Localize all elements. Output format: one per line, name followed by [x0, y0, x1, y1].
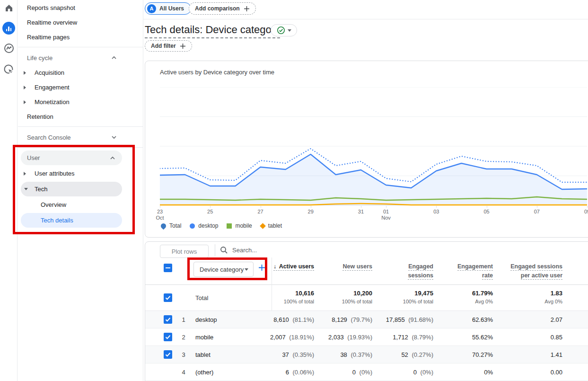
home-icon[interactable]: [0, 3, 18, 12]
reports-active-circle: [2, 22, 15, 35]
page-title: Tech details: Device category: [145, 24, 280, 38]
row-checkbox-checked[interactable]: [164, 315, 172, 324]
metric-percent: (91.68%): [407, 316, 433, 323]
sidebar-item-label: Engagement: [35, 84, 70, 91]
table-header-row: Device category ↓ Active usersNew usersE…: [145, 257, 588, 285]
chevron-up-icon[interactable]: [111, 56, 117, 60]
metric-percent: (0.35%): [291, 351, 314, 358]
expand-right-arrow-icon[interactable]: [24, 100, 26, 104]
row-checkbox-checked[interactable]: [164, 333, 172, 341]
sidebar-item-realtime-pages[interactable]: Realtime pages: [18, 30, 143, 44]
column-header-engagement-rate[interactable]: Engagementrate: [457, 263, 493, 281]
metric-percent: (81.1%): [291, 316, 314, 323]
x-axis-label: 23Oct: [151, 209, 168, 221]
dimension-dropdown[interactable]: Device category: [193, 262, 254, 277]
metric-value: 2.07: [551, 316, 562, 323]
sidebar-item-user[interactable]: User: [21, 151, 122, 165]
sidebar-item-label: User: [27, 154, 40, 161]
chart-card: Active users by Device category over tim…: [145, 61, 588, 238]
x-axis-tick: [587, 206, 588, 208]
x-axis-label: 07: [528, 209, 545, 215]
table-row-mobile[interactable]: 2mobile2,007 (18.91%)2,033 (19.93%)1,712…: [145, 328, 588, 346]
x-axis-label: 01Nov: [377, 209, 395, 221]
square-marker-icon: [227, 223, 232, 229]
row-number: 1: [178, 311, 189, 328]
metric-percent: (79.7%): [349, 316, 372, 323]
metric-value: 8,129: [332, 316, 347, 323]
sidebar-item-tech[interactable]: Tech: [21, 182, 122, 196]
column-header-active-users[interactable]: ↓ Active users: [273, 263, 314, 272]
metric-cell: 1.41: [551, 346, 562, 363]
column-header-new-users[interactable]: New users: [342, 263, 372, 272]
x-axis-tick: [311, 206, 311, 208]
add-comparison-button[interactable]: Add comparison: [189, 2, 256, 15]
column-header-engaged-sessions[interactable]: Engagedsessions: [408, 263, 433, 281]
table-row-tablet[interactable]: 3tablet37 (0.35%)38 (0.37%)52 (0.27%)70.…: [145, 346, 588, 363]
plot-rows-button[interactable]: Plot rows: [160, 245, 209, 258]
report-status-control[interactable]: [271, 24, 297, 36]
explore-icon[interactable]: [0, 43, 18, 54]
column-header-line: Engaged sessions: [510, 263, 562, 271]
metric-value: 0%: [484, 369, 493, 376]
column-header-engaged-sessions-per-active-user[interactable]: Engaged sessionsper active user: [510, 263, 562, 281]
x-axis-label: 05: [478, 209, 495, 215]
chart-legend: Totaldesktopmobiletablet: [161, 222, 282, 229]
expand-right-arrow-icon[interactable]: [24, 86, 26, 89]
add-filter-button[interactable]: Add filter: [145, 40, 192, 52]
table-total-row: Total 10,616100% of total10,200100% of t…: [145, 285, 588, 311]
column-header-line: New users: [342, 263, 372, 271]
metric-percent: (8.79%): [410, 334, 433, 341]
expand-down-arrow-icon[interactable]: [24, 188, 28, 190]
audience-chip-all-users[interactable]: A All Users: [145, 2, 191, 15]
sidebar-item-engagement[interactable]: Engagement: [18, 80, 143, 95]
audience-chip-label: All Users: [159, 5, 184, 12]
total-value: 10,200: [353, 290, 372, 297]
select-all-checkbox-indeterminate[interactable]: [164, 264, 172, 272]
chevron-down-icon[interactable]: [111, 135, 117, 139]
total-value: 10,616: [295, 290, 314, 297]
sidebar-item-life-cycle[interactable]: Life cycle: [18, 50, 143, 65]
metric-value: 2,033: [328, 334, 344, 341]
legend-item-desktop[interactable]: desktop: [190, 222, 218, 229]
metric-value: 70.27%: [472, 351, 493, 358]
sidebar-item-user-attributes[interactable]: User attributes: [18, 166, 143, 181]
sidebar-item-search-console[interactable]: Search Console: [18, 130, 143, 145]
row-checkbox-checked[interactable]: [164, 350, 172, 359]
sidebar-item-tech-details[interactable]: Tech details: [21, 213, 122, 228]
advertising-icon[interactable]: [0, 63, 18, 76]
active-users-line-chart[interactable]: [160, 87, 587, 206]
add-dimension-icon[interactable]: [258, 264, 265, 271]
total-cell: 10,616100% of total: [284, 290, 314, 304]
legend-item-total[interactable]: Total: [161, 222, 181, 229]
sidebar-item-realtime-overview[interactable]: Realtime overview: [18, 15, 143, 30]
metric-value: 52: [401, 351, 408, 358]
sidebar-item-retention[interactable]: Retention: [18, 109, 143, 124]
sidebar-item-label: Reports snapshot: [27, 4, 75, 11]
metric-percent: (0.27%): [410, 351, 433, 358]
total-row-checkbox[interactable]: [164, 293, 172, 302]
expand-right-arrow-icon[interactable]: [24, 172, 26, 176]
expand-right-arrow-icon[interactable]: [24, 71, 26, 75]
table-row-desktop[interactable]: 1desktop8,610 (81.1%)8,129 (79.7%)17,855…: [145, 311, 588, 328]
column-header-line: Engagement: [457, 263, 493, 271]
x-axis-tick: [537, 206, 537, 208]
sidebar-item-monetization[interactable]: Monetization: [18, 95, 143, 109]
sidebar-item-label: Acquisition: [35, 69, 64, 76]
table-row-other[interactable]: 4(other)6 (0.06%)0 (0%)0 (0%)0%0.00: [145, 363, 588, 381]
metric-cell: 70.27%: [472, 346, 493, 363]
column-header-line: per active user: [521, 272, 562, 280]
table-toolbar: Plot rows: [145, 242, 588, 257]
metric-value: 1,712: [393, 334, 408, 341]
metric-value: 6: [286, 369, 289, 376]
x-axis-label: 27: [252, 209, 269, 215]
sidebar-item-overview[interactable]: Overview: [18, 197, 143, 212]
legend-item-mobile[interactable]: mobile: [227, 222, 252, 229]
sidebar-item-reports-snapshot[interactable]: Reports snapshot: [18, 0, 143, 15]
chevron-up-icon[interactable]: [110, 156, 115, 160]
metric-value: 8,610: [273, 316, 289, 323]
legend-item-tablet[interactable]: tablet: [261, 222, 282, 229]
reports-icon[interactable]: [0, 22, 18, 35]
table-search-input[interactable]: [232, 244, 431, 256]
search-icon: [220, 246, 228, 254]
sidebar-item-acquisition[interactable]: Acquisition: [18, 65, 143, 80]
